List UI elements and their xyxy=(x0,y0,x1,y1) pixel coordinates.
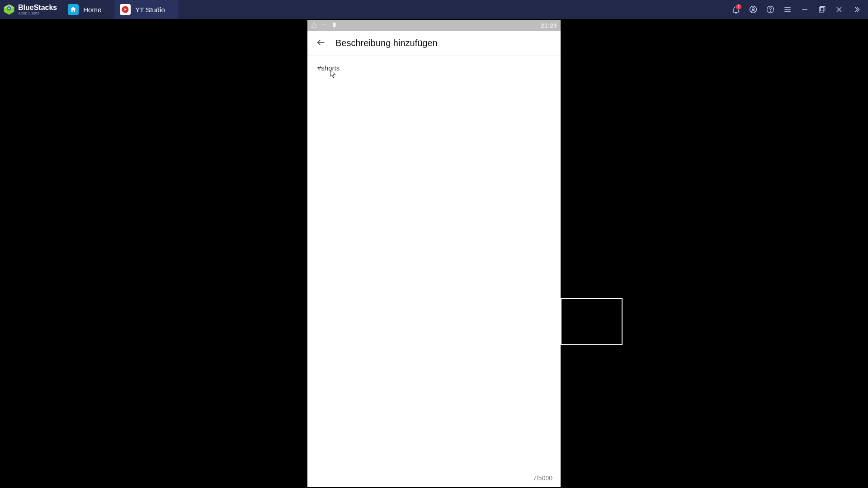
description-editor: 7/5000 xyxy=(307,56,561,487)
tab-home-label: Home xyxy=(83,6,101,14)
account-button[interactable] xyxy=(745,1,761,18)
notification-badge: 1 xyxy=(736,4,741,9)
home-icon xyxy=(68,4,79,15)
bluestacks-logo-icon xyxy=(3,3,15,16)
svg-point-20 xyxy=(326,24,326,25)
topbar-right-controls: 1 xyxy=(728,0,868,19)
page-title: Beschreibung hinzufügen xyxy=(335,38,438,48)
sd-card-icon xyxy=(331,22,337,29)
svg-point-19 xyxy=(324,24,325,25)
tab-yt-studio-label: YT Studio xyxy=(135,6,165,14)
app-stage: 21:23 Beschreibung hinzufügen 7/5000 xyxy=(0,19,868,488)
back-button[interactable] xyxy=(314,36,328,51)
svg-rect-14 xyxy=(819,8,824,12)
maximize-button[interactable] xyxy=(814,1,830,18)
tab-yt-studio[interactable]: YT Studio xyxy=(114,0,178,19)
notifications-button[interactable]: 1 xyxy=(728,1,744,18)
arrow-left-icon xyxy=(316,38,326,49)
svg-point-9 xyxy=(770,11,771,11)
help-button[interactable] xyxy=(762,1,778,18)
svg-point-18 xyxy=(322,24,323,25)
character-counter: 7/5000 xyxy=(533,474,552,482)
status-time: 21:23 xyxy=(541,22,557,29)
app-header: Beschreibung hinzufügen xyxy=(307,31,561,56)
bluestacks-version-text: 4.280.1.1002 xyxy=(18,12,57,15)
android-app-frame: 21:23 Beschreibung hinzufügen 7/5000 xyxy=(307,20,561,487)
warning-icon xyxy=(311,22,317,29)
yt-studio-icon xyxy=(120,4,131,15)
description-input[interactable] xyxy=(317,64,551,479)
selection-rectangle xyxy=(561,298,623,345)
expand-sidebar-button[interactable] xyxy=(848,1,864,18)
svg-rect-15 xyxy=(821,6,825,11)
more-indicator-icon xyxy=(321,22,327,29)
close-button[interactable] xyxy=(831,1,847,18)
hamburger-menu-button[interactable] xyxy=(779,1,796,18)
svg-point-7 xyxy=(752,8,755,10)
bluestacks-brand-text: BlueStacks xyxy=(18,4,57,11)
bluestacks-topbar: BlueStacks 4.280.1.1002 Home YT Studio 1 xyxy=(0,0,868,19)
svg-point-3 xyxy=(8,7,10,9)
tab-home[interactable]: Home xyxy=(62,0,114,19)
bluestacks-tabs: Home YT Studio xyxy=(62,0,178,19)
android-status-bar: 21:23 xyxy=(307,20,561,31)
minimize-button[interactable] xyxy=(797,1,813,18)
bluestacks-logo: BlueStacks 4.280.1.1002 xyxy=(0,0,62,19)
